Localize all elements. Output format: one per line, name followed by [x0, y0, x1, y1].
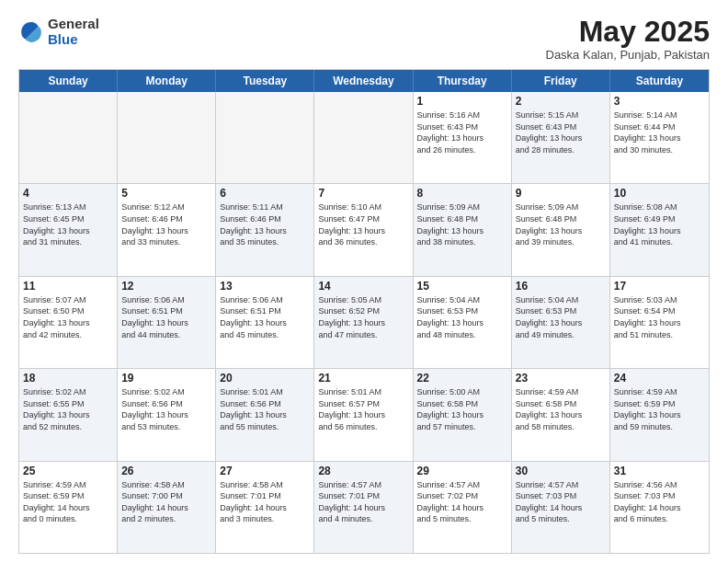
calendar-cell-empty: [314, 92, 413, 183]
day-number: 18: [23, 372, 113, 385]
cell-detail: Sunrise: 5:02 AM Sunset: 6:55 PM Dayligh…: [23, 386, 113, 432]
cell-detail: Sunrise: 5:09 AM Sunset: 6:48 PM Dayligh…: [516, 201, 606, 247]
cell-detail: Sunrise: 5:12 AM Sunset: 6:46 PM Dayligh…: [121, 201, 211, 247]
header-day-friday: Friday: [512, 70, 610, 92]
calendar-cell-31: 31Sunrise: 4:56 AM Sunset: 7:03 PM Dayli…: [610, 462, 709, 553]
header-day-tuesday: Tuesday: [216, 70, 314, 92]
logo-text: General Blue: [48, 17, 99, 47]
calendar-cell-27: 27Sunrise: 4:58 AM Sunset: 7:01 PM Dayli…: [216, 462, 314, 553]
calendar-cell-5: 5Sunrise: 5:12 AM Sunset: 6:46 PM Daylig…: [118, 184, 216, 275]
title-block: May 2025 Daska Kalan, Punjab, Pakistan: [546, 17, 711, 62]
calendar-cell-6: 6Sunrise: 5:11 AM Sunset: 6:46 PM Daylig…: [216, 184, 314, 275]
day-number: 15: [417, 280, 507, 293]
calendar-cell-16: 16Sunrise: 5:04 AM Sunset: 6:53 PM Dayli…: [512, 277, 610, 368]
calendar-cell-7: 7Sunrise: 5:10 AM Sunset: 6:47 PM Daylig…: [314, 184, 413, 275]
calendar-cell-4: 4Sunrise: 5:13 AM Sunset: 6:45 PM Daylig…: [19, 184, 118, 275]
cell-detail: Sunrise: 5:04 AM Sunset: 6:53 PM Dayligh…: [516, 294, 606, 340]
calendar-cell-29: 29Sunrise: 4:57 AM Sunset: 7:02 PM Dayli…: [414, 462, 512, 553]
day-number: 10: [614, 187, 705, 200]
cell-detail: Sunrise: 5:13 AM Sunset: 6:45 PM Dayligh…: [23, 201, 113, 247]
day-number: 12: [121, 280, 211, 293]
cell-detail: Sunrise: 5:15 AM Sunset: 6:43 PM Dayligh…: [516, 109, 606, 155]
day-number: 31: [614, 465, 705, 477]
calendar-cell-22: 22Sunrise: 5:00 AM Sunset: 6:58 PM Dayli…: [414, 369, 512, 460]
cell-detail: Sunrise: 4:57 AM Sunset: 7:02 PM Dayligh…: [417, 479, 507, 525]
calendar-cell-28: 28Sunrise: 4:57 AM Sunset: 7:01 PM Dayli…: [314, 462, 413, 553]
calendar-row-4: 25Sunrise: 4:59 AM Sunset: 6:59 PM Dayli…: [19, 461, 709, 553]
cell-detail: Sunrise: 5:04 AM Sunset: 6:53 PM Dayligh…: [417, 294, 507, 340]
header-day-thursday: Thursday: [414, 70, 512, 92]
calendar-cell-3: 3Sunrise: 5:14 AM Sunset: 6:44 PM Daylig…: [610, 92, 709, 183]
logo-blue: Blue: [48, 32, 99, 48]
calendar-cell-23: 23Sunrise: 4:59 AM Sunset: 6:58 PM Dayli…: [512, 369, 610, 460]
header-day-sunday: Sunday: [19, 70, 118, 92]
calendar-cell-empty: [19, 92, 118, 183]
logo: General Blue: [18, 17, 99, 47]
cell-detail: Sunrise: 5:14 AM Sunset: 6:44 PM Dayligh…: [614, 109, 705, 155]
calendar-cell-18: 18Sunrise: 5:02 AM Sunset: 6:55 PM Dayli…: [19, 369, 118, 460]
logo-general: General: [48, 17, 99, 32]
header-day-wednesday: Wednesday: [314, 70, 413, 92]
day-number: 19: [121, 372, 211, 385]
day-number: 24: [614, 372, 705, 385]
cell-detail: Sunrise: 5:06 AM Sunset: 6:51 PM Dayligh…: [220, 294, 310, 340]
cell-detail: Sunrise: 5:16 AM Sunset: 6:43 PM Dayligh…: [417, 109, 507, 155]
day-number: 1: [417, 95, 507, 108]
cell-detail: Sunrise: 5:11 AM Sunset: 6:46 PM Dayligh…: [220, 201, 310, 247]
calendar-cell-1: 1Sunrise: 5:16 AM Sunset: 6:43 PM Daylig…: [414, 92, 512, 183]
day-number: 17: [614, 280, 705, 293]
header-day-saturday: Saturday: [610, 70, 709, 92]
day-number: 2: [516, 95, 606, 108]
day-number: 20: [220, 372, 310, 385]
month-title: May 2025: [546, 17, 711, 46]
day-number: 27: [220, 465, 310, 477]
calendar-cell-12: 12Sunrise: 5:06 AM Sunset: 6:51 PM Dayli…: [118, 277, 216, 368]
cell-detail: Sunrise: 4:59 AM Sunset: 6:59 PM Dayligh…: [23, 479, 113, 525]
cell-detail: Sunrise: 4:58 AM Sunset: 7:00 PM Dayligh…: [121, 479, 211, 525]
calendar-cell-24: 24Sunrise: 4:59 AM Sunset: 6:59 PM Dayli…: [610, 369, 709, 460]
cell-detail: Sunrise: 5:06 AM Sunset: 6:51 PM Dayligh…: [121, 294, 211, 340]
calendar-cell-25: 25Sunrise: 4:59 AM Sunset: 6:59 PM Dayli…: [19, 462, 118, 553]
cell-detail: Sunrise: 5:07 AM Sunset: 6:50 PM Dayligh…: [23, 294, 113, 340]
calendar-cell-26: 26Sunrise: 4:58 AM Sunset: 7:00 PM Dayli…: [118, 462, 216, 553]
calendar-cell-19: 19Sunrise: 5:02 AM Sunset: 6:56 PM Dayli…: [118, 369, 216, 460]
calendar-cell-20: 20Sunrise: 5:01 AM Sunset: 6:56 PM Dayli…: [216, 369, 314, 460]
calendar-cell-30: 30Sunrise: 4:57 AM Sunset: 7:03 PM Dayli…: [512, 462, 610, 553]
calendar-cell-14: 14Sunrise: 5:05 AM Sunset: 6:52 PM Dayli…: [314, 277, 413, 368]
day-number: 16: [516, 280, 606, 293]
calendar-cell-21: 21Sunrise: 5:01 AM Sunset: 6:57 PM Dayli…: [314, 369, 413, 460]
day-number: 30: [516, 465, 606, 477]
day-number: 14: [318, 280, 408, 293]
calendar: SundayMondayTuesdayWednesdayThursdayFrid…: [18, 69, 710, 554]
location: Daska Kalan, Punjab, Pakistan: [546, 48, 711, 62]
cell-detail: Sunrise: 5:01 AM Sunset: 6:56 PM Dayligh…: [220, 386, 310, 432]
calendar-row-2: 11Sunrise: 5:07 AM Sunset: 6:50 PM Dayli…: [19, 276, 709, 368]
calendar-row-1: 4Sunrise: 5:13 AM Sunset: 6:45 PM Daylig…: [19, 183, 709, 275]
cell-detail: Sunrise: 5:02 AM Sunset: 6:56 PM Dayligh…: [121, 386, 211, 432]
calendar-cell-empty: [216, 92, 314, 183]
calendar-cell-11: 11Sunrise: 5:07 AM Sunset: 6:50 PM Dayli…: [19, 277, 118, 368]
day-number: 3: [614, 95, 705, 108]
cell-detail: Sunrise: 5:01 AM Sunset: 6:57 PM Dayligh…: [318, 386, 408, 432]
logo-icon: [18, 19, 44, 45]
day-number: 23: [516, 372, 606, 385]
page-header: General Blue May 2025 Daska Kalan, Punja…: [18, 17, 710, 62]
day-number: 26: [121, 465, 211, 477]
calendar-body: 1Sunrise: 5:16 AM Sunset: 6:43 PM Daylig…: [19, 92, 709, 553]
calendar-row-3: 18Sunrise: 5:02 AM Sunset: 6:55 PM Dayli…: [19, 368, 709, 460]
cell-detail: Sunrise: 5:08 AM Sunset: 6:49 PM Dayligh…: [614, 201, 705, 247]
day-number: 7: [318, 187, 408, 200]
day-number: 9: [516, 187, 606, 200]
calendar-cell-2: 2Sunrise: 5:15 AM Sunset: 6:43 PM Daylig…: [512, 92, 610, 183]
day-number: 28: [318, 465, 408, 477]
cell-detail: Sunrise: 5:00 AM Sunset: 6:58 PM Dayligh…: [417, 386, 507, 432]
cell-detail: Sunrise: 5:09 AM Sunset: 6:48 PM Dayligh…: [417, 201, 507, 247]
header-day-monday: Monday: [118, 70, 216, 92]
day-number: 11: [23, 280, 113, 293]
day-number: 22: [417, 372, 507, 385]
day-number: 8: [417, 187, 507, 200]
day-number: 21: [318, 372, 408, 385]
calendar-cell-8: 8Sunrise: 5:09 AM Sunset: 6:48 PM Daylig…: [414, 184, 512, 275]
day-number: 4: [23, 187, 113, 200]
cell-detail: Sunrise: 4:59 AM Sunset: 6:59 PM Dayligh…: [614, 386, 705, 432]
